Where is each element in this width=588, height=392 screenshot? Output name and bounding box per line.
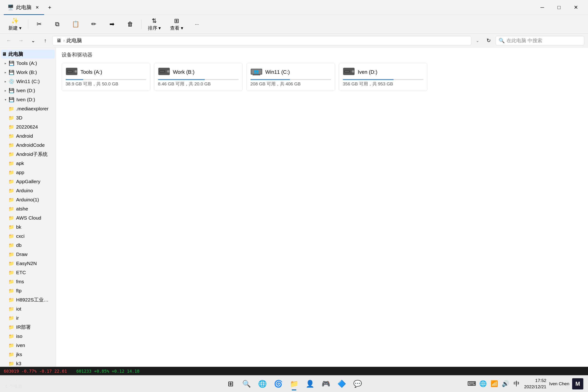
sidebar-item-androidcode[interactable]: 📁AndroidCode [1,141,55,150]
recent-locations-btn[interactable]: ⌄ [28,36,38,46]
sidebar-item-jks[interactable]: 📁jks [1,350,55,359]
up-btn[interactable]: ↑ [40,36,50,46]
sidebar-item-aws[interactable]: 📁AWS Cloud [1,214,55,222]
sidebar-item-cxci[interactable]: 📁cxci [1,232,55,240]
sidebar-item-iven[interactable]: 📁iven [1,341,55,350]
back-btn[interactable]: ← [4,36,14,46]
sidebar-item-apk[interactable]: 📁apk [1,159,55,168]
sidebar-icon: 📁 [8,261,14,266]
drive-bar [343,79,394,80]
sidebar-icon: 📁 [8,215,14,221]
sidebar-item-atshe[interactable]: 📁atshe [1,204,55,213]
cut-btn[interactable]: ✂ [31,19,47,29]
sidebar-item-mediaexplorer[interactable]: 📁.mediaexplorer [1,104,55,113]
sidebar-item-iven-d[interactable]: ▸💾Iven (D:) [1,86,55,95]
taskbar-app-explorer[interactable]: 📁 [287,377,301,391]
address-path[interactable]: 🖥 › 此电脑 [52,36,471,45]
sidebar-item-easyn2n[interactable]: 📁EasyN2N [1,259,55,268]
taskbar-sys-icon-keyboard[interactable]: ⌨ [467,379,476,388]
sidebar-item-win11[interactable]: ▸💿Win11 (C:) [1,77,55,86]
svg-point-7 [168,71,169,72]
sidebar-icon: 📁 [8,324,14,330]
expand-icon: ▸ [5,80,6,83]
sidebar-item-label: cxci [16,233,24,239]
tab-close-btn[interactable]: ✕ [34,4,40,11]
rename-btn[interactable]: ✏ [86,19,102,29]
copy-btn[interactable]: ⧉ [49,19,66,29]
active-tab[interactable]: 🖥️ 此电脑 ✕ [4,0,44,15]
sidebar-item-ir-deploy[interactable]: 📁IR部署 [1,323,55,332]
sidebar-item-tools[interactable]: ▸💾Tools (A:) [1,59,55,68]
taskbar-app-app3[interactable]: 🌀 [271,377,285,391]
sidebar-item-arduino[interactable]: 📁Arduino [1,186,55,195]
sidebar-item-this-pc[interactable]: 🖥此电脑 [1,50,55,58]
sidebar-icon: 📁 [8,352,14,357]
drive-name: Work (B:) [173,69,194,75]
taskbar-app-chrome[interactable]: 🌐 [255,377,269,391]
sidebar-item-iot[interactable]: 📁iot [1,304,55,313]
sidebar-item-appgallery[interactable]: 📁AppGallery [1,177,55,186]
sidebar-item-draw[interactable]: 📁Draw [1,250,55,259]
sidebar-item-arduino1[interactable]: 📁Arduino(1) [1,195,55,204]
close-btn[interactable]: ✕ [568,0,584,15]
sidebar-icon: 📁 [8,152,14,157]
delete-icon: 🗑 [127,20,133,28]
sidebar-item-3d[interactable]: 📁3D [1,114,55,122]
drive-card-tools[interactable]: Tools (A:)38.9 GB 可用，共 50.0 GB [62,63,150,91]
minimize-btn[interactable]: ─ [534,0,551,15]
search-box[interactable]: 🔍 在此电脑 中搜索 [496,36,584,45]
sidebar-item-20220624[interactable]: 📁20220624 [1,122,55,131]
taskbar-sys-icon-speaker[interactable]: 🔊 [501,379,510,388]
taskbar-sys-icon-wifi[interactable]: 📶 [490,379,499,388]
taskbar-sys-icon-lang[interactable]: 中 [512,379,521,388]
sort-btn[interactable]: ⇅ 排序 ▾ [144,16,165,33]
tab-label: 此电脑 [16,4,32,11]
sidebar-item-work[interactable]: ▸💾Work (B:) [1,68,55,77]
taskbar-sys-icon-network[interactable]: 🌐 [478,379,488,388]
drive-info: 8.46 GB 可用，共 20.0 GB [158,81,239,87]
delete-btn[interactable]: 🗑 [122,19,138,29]
new-tab-btn[interactable]: + [44,2,55,13]
more-btn[interactable]: ··· [189,20,205,28]
sort-icon: ⇅ [152,17,157,24]
taskbar-app-app7[interactable]: 🔷 [334,377,348,391]
sidebar-item-h8922s[interactable]: 📁H8922S工业路由 [1,296,55,304]
new-btn[interactable]: ✨ 新建 ▾ [5,16,25,33]
sidebar-icon: 📁 [8,252,14,257]
taskbar-app-app5[interactable]: 👤 [303,377,317,391]
drive-bar-container [158,79,239,80]
path-segment-thispc[interactable]: 此电脑 [66,37,82,44]
drive-info: 38.9 GB 可用，共 50.0 GB [66,81,146,87]
taskbar-app-search[interactable]: 🔍 [240,377,254,391]
sidebar-item-android-sub[interactable]: 📁Android子系统 [1,150,55,159]
sidebar-item-etc[interactable]: 📁ETC [1,268,55,277]
sidebar-item-ir[interactable]: 📁ir [1,314,55,322]
sidebar-item-db[interactable]: 📁db [1,241,55,250]
taskbar-datetime[interactable]: 17:52 2022/12/21 [524,378,546,390]
drive-card-work[interactable]: Work (B:)8.46 GB 可用，共 20.0 GB [154,63,243,91]
taskbar-app-start[interactable]: ⊞ [224,377,238,391]
view-btn[interactable]: ⊞ 查看 ▾ [166,16,187,33]
sidebar-item-label: iso [16,334,22,339]
refresh-btn[interactable]: ↻ [484,36,494,46]
drive-card-iven[interactable]: Iven (D:)356 GB 可用，共 953 GB [339,63,428,91]
sidebar-item-fms[interactable]: 📁fms [1,277,55,286]
sidebar-item-iven-d2[interactable]: ▾💾Iven (D:) [1,95,55,104]
drive-card-win11[interactable]: Win11 (C:)208 GB 可用，共 406 GB [246,63,335,91]
sidebar-item-bk[interactable]: 📁bk [1,222,55,232]
paste-btn[interactable]: 📋 [68,19,84,29]
address-dropdown-btn[interactable]: ⌄ [473,36,482,45]
sidebar-item-iso[interactable]: 📁iso [1,332,55,341]
forward-btn[interactable]: → [16,36,26,46]
sidebar-item-app[interactable]: 📁app [1,168,55,177]
taskbar-app-wechat[interactable]: 💬 [350,377,364,391]
sidebar-item-android[interactable]: 📁Android [1,132,55,140]
move-btn[interactable]: ➡ [104,19,120,29]
sidebar-item-ftp[interactable]: 📁ftp [1,286,55,295]
sidebar-item-label: 3D [16,115,22,121]
taskbar-app-app6[interactable]: 🎮 [319,377,333,391]
maximize-btn[interactable]: □ [551,0,568,15]
svg-rect-4 [68,71,72,72]
drive-header: Tools (A:) [66,67,146,77]
sidebar-icon: 💾 [9,88,14,93]
